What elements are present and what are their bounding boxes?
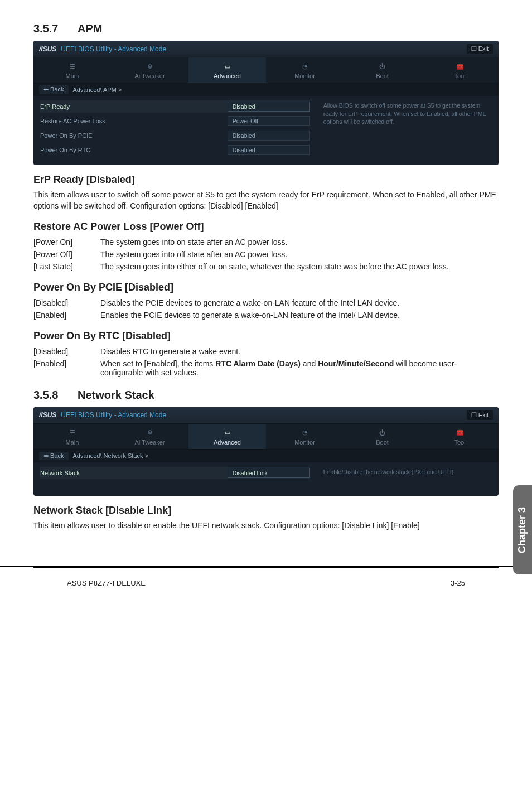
monitor-icon: ◔ <box>268 62 341 71</box>
option-erp-ready[interactable]: ErP Ready Disabled <box>40 100 310 113</box>
bios-screenshot-apm: /ISUS UEFI BIOS Utility - Advanced Mode … <box>33 41 499 165</box>
back-button[interactable]: ⬅ Back <box>39 452 69 460</box>
heading-network-stack: Network Stack [Disable Link] <box>33 505 499 516</box>
breadcrumb: ⬅ Back Advanced\ Network Stack > <box>33 450 499 462</box>
tool-icon: 🧰 <box>423 62 496 71</box>
tab-tool[interactable]: 🧰Tool <box>421 424 499 449</box>
bios-help-text: Allow BIOS to switch off some power at S… <box>317 96 499 165</box>
list-icon: ☰ <box>36 428 109 437</box>
tab-boot[interactable]: ⏻Boot <box>344 57 421 83</box>
brand-logo: /ISUS <box>39 411 56 419</box>
heading-pcie: Power On By PCIE [Disabled] <box>33 282 499 293</box>
tab-monitor[interactable]: ◔Monitor <box>266 57 344 83</box>
option-power-rtc[interactable]: Power On By RTC Disabled <box>40 145 310 155</box>
bios-header: /ISUS UEFI BIOS Utility - Advanced Mode … <box>33 407 499 424</box>
breadcrumb-path: Advanced\ APM > <box>73 86 122 93</box>
heading-restore-ac: Restore AC Power Loss [Power Off] <box>33 221 499 233</box>
bios-options: ErP Ready Disabled Restore AC Power Loss… <box>33 96 317 165</box>
bios-title: UEFI BIOS Utility - Advanced Mode <box>61 45 166 53</box>
tool-icon: 🧰 <box>423 428 496 437</box>
monitor-icon: ◔ <box>268 428 341 437</box>
footer-right: 3-25 <box>451 579 465 587</box>
brand-logo: /ISUS <box>39 45 56 53</box>
bios-header: /ISUS UEFI BIOS Utility - Advanced Mode … <box>33 41 499 57</box>
section-title: APM <box>78 22 102 35</box>
heading-rtc: Power On By RTC [Disabled] <box>33 330 499 342</box>
chapter-tab: Chapter 3 <box>513 485 532 574</box>
power-icon: ⏻ <box>346 428 419 437</box>
footer-left: ASUS P8Z77-I DELUXE <box>67 579 146 587</box>
chip-icon: ▭ <box>191 428 264 437</box>
text-network-stack: This item allows user to disable or enab… <box>33 520 499 531</box>
table-pcie: [Disabled]Disables the PCIE devices to g… <box>33 297 499 321</box>
text-rtc-enabled: When set to [Enabled], the items RTC Ala… <box>100 357 499 379</box>
section-heading: 3.5.8 Network Stack <box>33 389 499 402</box>
bios-options: Network Stack Disabled Link <box>33 462 317 496</box>
option-network-stack[interactable]: Network Stack Disabled Link <box>40 467 310 479</box>
bios-screenshot-network-stack: /ISUS UEFI BIOS Utility - Advanced Mode … <box>33 407 499 496</box>
table-restore-ac: [Power On]The system goes into on state … <box>33 236 499 273</box>
heading-erp-ready: ErP Ready [Disbaled] <box>33 174 499 186</box>
exit-button[interactable]: ❐ Exit <box>467 44 493 54</box>
bios-title: UEFI BIOS Utility - Advanced Mode <box>61 411 166 419</box>
tweaker-icon: ⚙ <box>113 62 186 71</box>
section-number: 3.5.7 <box>33 22 58 35</box>
tab-advanced[interactable]: ▭Advanced <box>188 424 266 449</box>
tab-advanced[interactable]: ▭Advanced <box>188 57 266 83</box>
tab-boot[interactable]: ⏻Boot <box>344 424 421 449</box>
text-erp-ready: This item allows user to switch off some… <box>33 189 499 212</box>
chip-icon: ▭ <box>191 62 264 71</box>
tab-main[interactable]: ☰Main <box>33 57 111 83</box>
section-title: Network Stack <box>78 389 154 401</box>
option-restore-ac[interactable]: Restore AC Power Loss Power Off <box>40 116 310 126</box>
breadcrumb: ⬅ Back Advanced\ APM > <box>33 83 499 96</box>
table-rtc: [Disabled]Disables RTC to generate a wak… <box>33 345 499 379</box>
tab-ai-tweaker[interactable]: ⚙Ai Tweaker <box>111 424 188 449</box>
back-button[interactable]: ⬅ Back <box>39 85 69 94</box>
tab-main[interactable]: ☰Main <box>33 424 111 449</box>
tweaker-icon: ⚙ <box>113 428 186 437</box>
list-icon: ☰ <box>36 62 109 71</box>
tab-tool[interactable]: 🧰Tool <box>421 57 499 83</box>
option-power-pcie[interactable]: Power On By PCIE Disabled <box>40 131 310 141</box>
bios-tabs: ☰Main ⚙Ai Tweaker ▭Advanced ◔Monitor ⏻Bo… <box>33 57 499 83</box>
bios-help-text: Enable/Disable the network stack (PXE an… <box>317 462 499 496</box>
section-number: 3.5.8 <box>33 389 58 401</box>
tab-monitor[interactable]: ◔Monitor <box>266 424 344 449</box>
breadcrumb-path: Advanced\ Network Stack > <box>73 452 148 459</box>
tab-ai-tweaker[interactable]: ⚙Ai Tweaker <box>111 57 188 83</box>
power-icon: ⏻ <box>346 62 419 71</box>
bios-tabs: ☰Main ⚙Ai Tweaker ▭Advanced ◔Monitor ⏻Bo… <box>33 424 499 450</box>
section-heading: 3.5.7 APM <box>33 22 499 35</box>
page-footer: ASUS P8Z77-I DELUXE 3-25 <box>33 567 499 604</box>
exit-button[interactable]: ❐ Exit <box>467 410 493 420</box>
